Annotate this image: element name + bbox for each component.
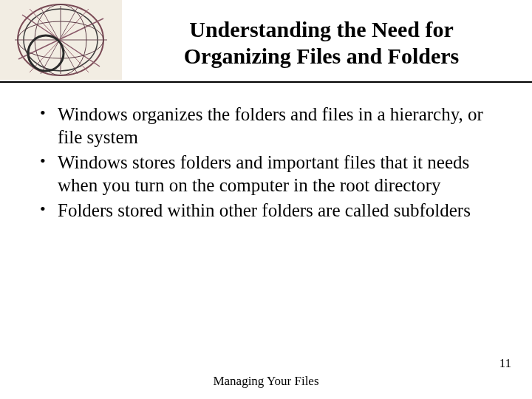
slide-header: Understanding the Need for Organizing Fi… <box>0 0 532 81</box>
list-item: Folders stored within other folders are … <box>37 200 502 222</box>
page-number: 11 <box>499 356 511 371</box>
slide-body: Windows organizes the folders and files … <box>0 83 532 222</box>
slide-footer: Managing Your Files <box>0 374 532 389</box>
list-item: Windows stores folders and important fil… <box>37 151 502 197</box>
decorative-sphere-icon <box>0 0 122 80</box>
slide-title: Understanding the Need for Organizing Fi… <box>140 9 502 69</box>
bullet-list: Windows organizes the folders and files … <box>37 103 502 222</box>
list-item: Windows organizes the folders and files … <box>37 103 502 149</box>
